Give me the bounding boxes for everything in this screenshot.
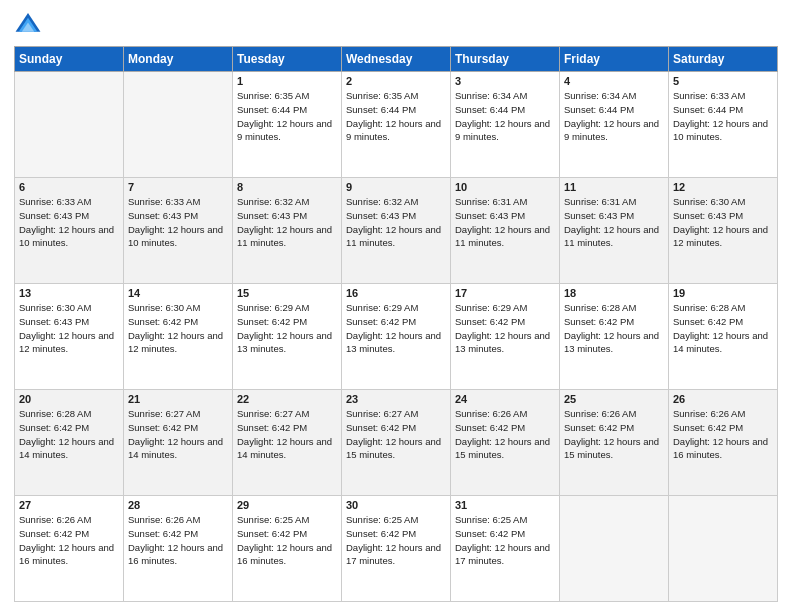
- calendar-cell: 25Sunrise: 6:26 AMSunset: 6:42 PMDayligh…: [560, 390, 669, 496]
- daylight: Daylight: 12 hours and 12 minutes.: [673, 224, 768, 249]
- sunrise: Sunrise: 6:29 AM: [237, 302, 309, 313]
- sunrise: Sunrise: 6:35 AM: [346, 90, 418, 101]
- sunrise: Sunrise: 6:28 AM: [673, 302, 745, 313]
- daylight: Daylight: 12 hours and 17 minutes.: [346, 542, 441, 567]
- sunset: Sunset: 6:44 PM: [346, 104, 416, 115]
- day-number: 24: [455, 393, 555, 405]
- day-number: 30: [346, 499, 446, 511]
- day-info: Sunrise: 6:35 AMSunset: 6:44 PMDaylight:…: [237, 89, 337, 144]
- logo: [14, 10, 46, 38]
- sunrise: Sunrise: 6:32 AM: [346, 196, 418, 207]
- sunset: Sunset: 6:42 PM: [237, 528, 307, 539]
- daylight: Daylight: 12 hours and 9 minutes.: [455, 118, 550, 143]
- daylight: Daylight: 12 hours and 10 minutes.: [128, 224, 223, 249]
- sunrise: Sunrise: 6:27 AM: [346, 408, 418, 419]
- header: [14, 10, 778, 38]
- daylight: Daylight: 12 hours and 14 minutes.: [128, 436, 223, 461]
- sunrise: Sunrise: 6:29 AM: [346, 302, 418, 313]
- day-info: Sunrise: 6:32 AMSunset: 6:43 PMDaylight:…: [237, 195, 337, 250]
- day-info: Sunrise: 6:29 AMSunset: 6:42 PMDaylight:…: [455, 301, 555, 356]
- sunset: Sunset: 6:42 PM: [673, 316, 743, 327]
- day-number: 15: [237, 287, 337, 299]
- weekday-row: SundayMondayTuesdayWednesdayThursdayFrid…: [15, 47, 778, 72]
- calendar-week: 13Sunrise: 6:30 AMSunset: 6:43 PMDayligh…: [15, 284, 778, 390]
- sunrise: Sunrise: 6:26 AM: [19, 514, 91, 525]
- daylight: Daylight: 12 hours and 13 minutes.: [564, 330, 659, 355]
- day-info: Sunrise: 6:31 AMSunset: 6:43 PMDaylight:…: [455, 195, 555, 250]
- daylight: Daylight: 12 hours and 11 minutes.: [237, 224, 332, 249]
- sunrise: Sunrise: 6:28 AM: [19, 408, 91, 419]
- day-number: 3: [455, 75, 555, 87]
- calendar-cell: [560, 496, 669, 602]
- day-number: 31: [455, 499, 555, 511]
- day-info: Sunrise: 6:35 AMSunset: 6:44 PMDaylight:…: [346, 89, 446, 144]
- day-info: Sunrise: 6:26 AMSunset: 6:42 PMDaylight:…: [564, 407, 664, 462]
- day-info: Sunrise: 6:34 AMSunset: 6:44 PMDaylight:…: [455, 89, 555, 144]
- calendar: SundayMondayTuesdayWednesdayThursdayFrid…: [14, 46, 778, 602]
- sunrise: Sunrise: 6:29 AM: [455, 302, 527, 313]
- sunrise: Sunrise: 6:34 AM: [455, 90, 527, 101]
- day-info: Sunrise: 6:28 AMSunset: 6:42 PMDaylight:…: [673, 301, 773, 356]
- sunset: Sunset: 6:42 PM: [346, 316, 416, 327]
- daylight: Daylight: 12 hours and 15 minutes.: [346, 436, 441, 461]
- daylight: Daylight: 12 hours and 11 minutes.: [346, 224, 441, 249]
- calendar-cell: 3Sunrise: 6:34 AMSunset: 6:44 PMDaylight…: [451, 72, 560, 178]
- day-number: 10: [455, 181, 555, 193]
- calendar-week: 20Sunrise: 6:28 AMSunset: 6:42 PMDayligh…: [15, 390, 778, 496]
- sunset: Sunset: 6:43 PM: [564, 210, 634, 221]
- day-number: 7: [128, 181, 228, 193]
- daylight: Daylight: 12 hours and 15 minutes.: [564, 436, 659, 461]
- calendar-cell: 13Sunrise: 6:30 AMSunset: 6:43 PMDayligh…: [15, 284, 124, 390]
- sunset: Sunset: 6:44 PM: [564, 104, 634, 115]
- day-info: Sunrise: 6:30 AMSunset: 6:43 PMDaylight:…: [673, 195, 773, 250]
- calendar-cell: 19Sunrise: 6:28 AMSunset: 6:42 PMDayligh…: [669, 284, 778, 390]
- sunrise: Sunrise: 6:34 AM: [564, 90, 636, 101]
- day-info: Sunrise: 6:25 AMSunset: 6:42 PMDaylight:…: [455, 513, 555, 568]
- calendar-cell: 29Sunrise: 6:25 AMSunset: 6:42 PMDayligh…: [233, 496, 342, 602]
- day-info: Sunrise: 6:34 AMSunset: 6:44 PMDaylight:…: [564, 89, 664, 144]
- sunset: Sunset: 6:42 PM: [455, 316, 525, 327]
- day-info: Sunrise: 6:28 AMSunset: 6:42 PMDaylight:…: [564, 301, 664, 356]
- sunrise: Sunrise: 6:27 AM: [128, 408, 200, 419]
- sunrise: Sunrise: 6:35 AM: [237, 90, 309, 101]
- calendar-cell: 18Sunrise: 6:28 AMSunset: 6:42 PMDayligh…: [560, 284, 669, 390]
- calendar-cell: 11Sunrise: 6:31 AMSunset: 6:43 PMDayligh…: [560, 178, 669, 284]
- sunset: Sunset: 6:43 PM: [455, 210, 525, 221]
- calendar-week: 1Sunrise: 6:35 AMSunset: 6:44 PMDaylight…: [15, 72, 778, 178]
- sunrise: Sunrise: 6:33 AM: [19, 196, 91, 207]
- sunrise: Sunrise: 6:30 AM: [673, 196, 745, 207]
- sunrise: Sunrise: 6:32 AM: [237, 196, 309, 207]
- weekday-header: Saturday: [669, 47, 778, 72]
- daylight: Daylight: 12 hours and 14 minutes.: [237, 436, 332, 461]
- calendar-cell: 15Sunrise: 6:29 AMSunset: 6:42 PMDayligh…: [233, 284, 342, 390]
- day-info: Sunrise: 6:32 AMSunset: 6:43 PMDaylight:…: [346, 195, 446, 250]
- weekday-header: Friday: [560, 47, 669, 72]
- sunrise: Sunrise: 6:26 AM: [673, 408, 745, 419]
- day-info: Sunrise: 6:29 AMSunset: 6:42 PMDaylight:…: [346, 301, 446, 356]
- calendar-cell: 21Sunrise: 6:27 AMSunset: 6:42 PMDayligh…: [124, 390, 233, 496]
- daylight: Daylight: 12 hours and 13 minutes.: [455, 330, 550, 355]
- calendar-cell: 8Sunrise: 6:32 AMSunset: 6:43 PMDaylight…: [233, 178, 342, 284]
- page: SundayMondayTuesdayWednesdayThursdayFrid…: [0, 0, 792, 612]
- calendar-week: 27Sunrise: 6:26 AMSunset: 6:42 PMDayligh…: [15, 496, 778, 602]
- weekday-header: Tuesday: [233, 47, 342, 72]
- sunset: Sunset: 6:42 PM: [128, 422, 198, 433]
- calendar-cell: [15, 72, 124, 178]
- day-number: 18: [564, 287, 664, 299]
- calendar-week: 6Sunrise: 6:33 AMSunset: 6:43 PMDaylight…: [15, 178, 778, 284]
- daylight: Daylight: 12 hours and 10 minutes.: [19, 224, 114, 249]
- sunset: Sunset: 6:42 PM: [19, 528, 89, 539]
- sunset: Sunset: 6:42 PM: [564, 316, 634, 327]
- day-info: Sunrise: 6:33 AMSunset: 6:43 PMDaylight:…: [128, 195, 228, 250]
- calendar-cell: 22Sunrise: 6:27 AMSunset: 6:42 PMDayligh…: [233, 390, 342, 496]
- sunset: Sunset: 6:43 PM: [673, 210, 743, 221]
- day-number: 22: [237, 393, 337, 405]
- sunrise: Sunrise: 6:31 AM: [455, 196, 527, 207]
- daylight: Daylight: 12 hours and 16 minutes.: [128, 542, 223, 567]
- day-number: 6: [19, 181, 119, 193]
- sunset: Sunset: 6:44 PM: [237, 104, 307, 115]
- calendar-cell: 5Sunrise: 6:33 AMSunset: 6:44 PMDaylight…: [669, 72, 778, 178]
- day-info: Sunrise: 6:30 AMSunset: 6:42 PMDaylight:…: [128, 301, 228, 356]
- sunrise: Sunrise: 6:25 AM: [346, 514, 418, 525]
- daylight: Daylight: 12 hours and 9 minutes.: [346, 118, 441, 143]
